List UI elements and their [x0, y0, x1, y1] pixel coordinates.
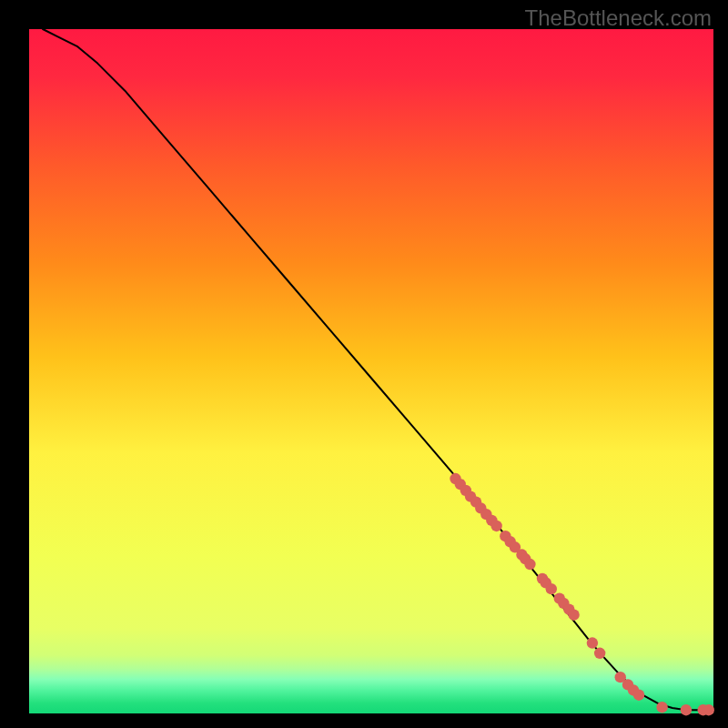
highlight-point	[681, 704, 692, 715]
highlight-point	[490, 521, 501, 531]
gradient-plot-area	[29, 29, 713, 713]
highlight-point	[703, 704, 714, 715]
bottleneck-curve-plot	[0, 0, 728, 728]
highlight-point	[524, 559, 535, 570]
chart-frame: TheBottleneck.com	[0, 0, 728, 728]
highlight-point	[656, 702, 667, 713]
highlight-point	[568, 610, 579, 621]
highlight-point	[546, 583, 557, 594]
highlight-point	[594, 648, 605, 659]
highlight-point	[633, 690, 644, 701]
highlight-point	[587, 637, 598, 648]
